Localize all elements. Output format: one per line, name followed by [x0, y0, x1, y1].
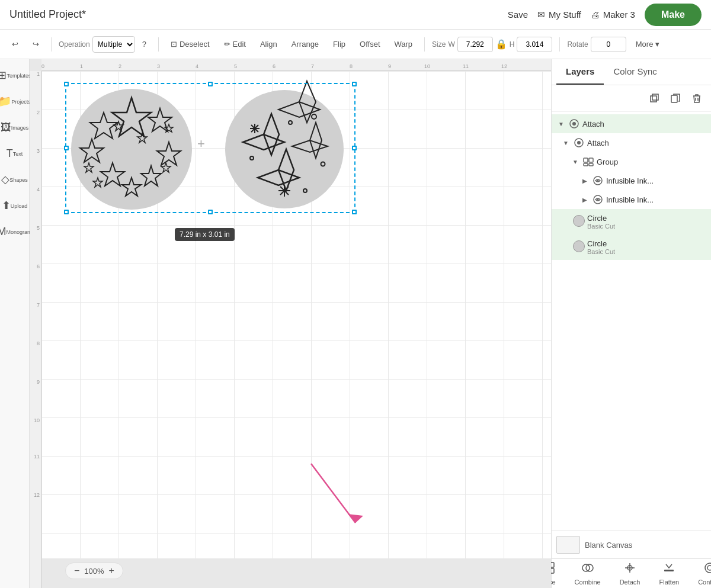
separator-4 [559, 37, 560, 52]
copy-icon [670, 93, 681, 104]
plus-sign: + [197, 136, 205, 152]
zoom-in-button[interactable]: + [108, 565, 116, 576]
contour-button[interactable]: Contour [698, 561, 711, 586]
flip-button[interactable]: Flip [328, 37, 350, 51]
deselect-button[interactable]: ⊡ Deselect [166, 37, 214, 51]
flatten-icon [662, 561, 675, 577]
svg-point-37 [572, 122, 576, 126]
infusible-icon [592, 175, 603, 186]
offset-button[interactable]: Offset [355, 37, 385, 51]
envelope-icon: ✉ [537, 9, 545, 20]
help-button[interactable]: ? [137, 37, 151, 51]
layer-circle-1[interactable]: Circle Basic Cut [552, 209, 711, 234]
chevron-right-icon: ▶ [580, 195, 590, 204]
operation-group: Operation Multiple ? [59, 36, 151, 53]
layer-infusible-2[interactable]: ▶ Infusible Ink... [552, 190, 711, 209]
combine-button[interactable]: Combine [575, 561, 601, 586]
text-icon: T [7, 147, 13, 160]
svg-point-47 [597, 199, 599, 201]
deselect-icon: ⊡ [171, 40, 177, 49]
layer-attach-child[interactable]: ▼ Attach [552, 133, 711, 152]
rotate-input[interactable] [591, 37, 626, 52]
redo-icon: ↪ [33, 40, 39, 49]
header-left: Untitled Project* [9, 8, 86, 21]
blank-canvas-thumb [556, 536, 580, 554]
my-stuff-button[interactable]: ✉ My Stuff [537, 9, 581, 20]
panel-toolbar [552, 85, 711, 112]
sidebar-item-projects[interactable]: 📁 Projects [3, 90, 27, 114]
warp-button[interactable]: Warp [390, 37, 418, 51]
chevron-right-icon: ▶ [580, 176, 590, 185]
right-panel: Layers Color Sync [551, 59, 711, 588]
layers-tree: ▼ Attach ▼ Attach [552, 112, 711, 531]
svg-rect-42 [584, 163, 588, 166]
header-right: Save ✉ My Stuff 🖨 Maker 3 Make [508, 4, 702, 26]
size-tooltip: 7.29 in x 3.01 in [175, 228, 235, 241]
attach-icon [574, 137, 584, 148]
arrange-button[interactable]: Arrange [287, 37, 324, 51]
sidebar-item-templates[interactable]: ⊞ Templates [3, 64, 27, 88]
operation-select[interactable]: Multiple [92, 36, 135, 53]
tab-color-sync[interactable]: Color Sync [604, 59, 666, 85]
sidebar-item-shapes[interactable]: ◇ Shapes [3, 168, 27, 192]
layer-circle-2[interactable]: Circle Basic Cut [552, 234, 711, 260]
detach-button[interactable]: Detach [620, 561, 640, 586]
separator-2 [158, 37, 159, 52]
rotate-label: Rotate [567, 40, 588, 49]
contour-icon [703, 561, 711, 577]
circle-stars [68, 86, 196, 213]
upload-icon: ⬆ [2, 200, 11, 213]
zoom-out-button[interactable]: − [73, 565, 81, 576]
copy-icon-btn[interactable] [666, 89, 685, 108]
layer-infusible-1[interactable]: ▶ Infusible Ink... [552, 171, 711, 190]
sidebar-item-monogram[interactable]: M Monogram [3, 220, 27, 244]
chevron-down-icon: ▼ [556, 119, 566, 128]
duplicate-icon-btn[interactable] [645, 89, 664, 108]
edit-icon: ✏ [224, 40, 230, 49]
sidebar-item-images[interactable]: 🖼 Images [3, 116, 27, 140]
height-input[interactable] [517, 37, 552, 52]
lock-icon: 🔒 [495, 38, 507, 50]
group-icon [583, 156, 594, 167]
maker-button[interactable]: 🖨 Maker 3 [591, 9, 635, 20]
canvas-area[interactable]: 0 1 2 3 4 5 6 7 8 9 10 11 12 1 2 3 4 5 6… [30, 59, 551, 588]
chevron-down-icon: ▼ [561, 138, 571, 147]
layer-group[interactable]: ▼ Group [552, 152, 711, 171]
toolbar: ↩ ↪ Operation Multiple ? ⊡ Deselect ✏ Ed… [0, 30, 711, 59]
monogram-icon: M [0, 226, 6, 239]
svg-rect-43 [589, 163, 593, 166]
edit-button[interactable]: ✏ Edit [219, 37, 251, 51]
align-button[interactable]: Align [255, 37, 282, 51]
shapes-icon: ◇ [1, 173, 9, 187]
sidebar-item-upload[interactable]: ⬆ Upload [3, 194, 27, 218]
svg-rect-40 [584, 158, 588, 162]
redo-button[interactable]: ↪ [28, 37, 44, 51]
width-input[interactable] [457, 37, 493, 52]
zoom-controls: − 100% + [65, 563, 123, 579]
save-button[interactable]: Save [508, 9, 528, 20]
combine-icon [581, 561, 594, 577]
flatten-button[interactable]: Flatten [659, 561, 679, 586]
circle-sparkles [222, 87, 347, 211]
size-label: Size [432, 40, 446, 49]
project-title: Untitled Project* [9, 8, 86, 21]
separator-1 [51, 37, 52, 52]
infusible-icon [592, 194, 603, 205]
make-button[interactable]: Make [645, 4, 702, 26]
svg-point-39 [577, 141, 581, 144]
sidebar-item-text[interactable]: T Text [3, 142, 27, 166]
more-button[interactable]: More ▾ [631, 37, 664, 51]
projects-icon: 📁 [0, 95, 11, 108]
layer-attach-root[interactable]: ▼ Attach [552, 114, 711, 133]
delete-icon-btn[interactable] [687, 89, 706, 108]
zoom-level: 100% [84, 567, 104, 576]
svg-rect-31 [651, 96, 656, 102]
rotate-group: Rotate [567, 37, 626, 52]
circle-thumb-2 [573, 240, 585, 252]
ruler-vertical: 1 2 3 4 5 6 7 8 9 10 11 12 [30, 71, 41, 588]
svg-point-56 [705, 563, 711, 573]
tab-layers[interactable]: Layers [556, 59, 604, 85]
undo-icon: ↩ [12, 40, 18, 49]
panel-bottom-toolbar: Slice Combine [552, 558, 711, 588]
undo-button[interactable]: ↩ [7, 37, 23, 51]
